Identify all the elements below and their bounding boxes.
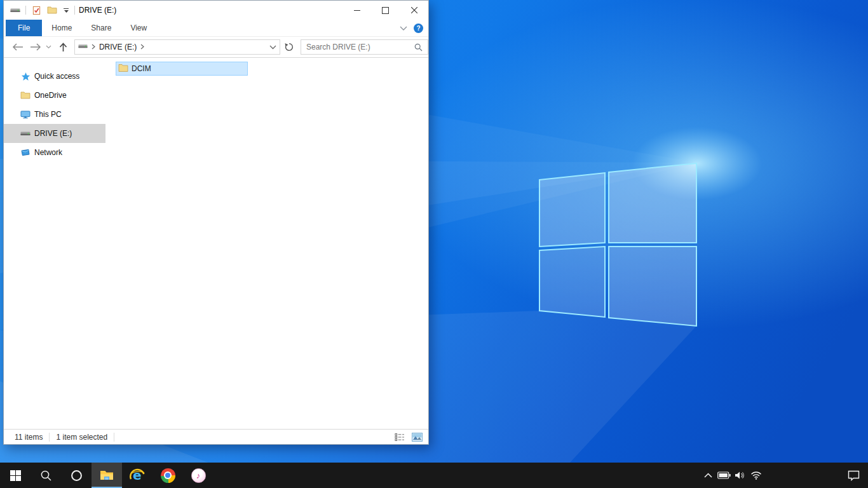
taskbar-file-explorer-button[interactable] xyxy=(92,463,122,488)
window-title: DRIVE (E:) xyxy=(79,6,116,15)
qat-separator xyxy=(25,6,26,15)
details-view-button[interactable] xyxy=(393,431,406,443)
navigation-pane: Quick access OneDrive This PC DRIVE (E:) xyxy=(4,58,105,429)
tab-home[interactable]: Home xyxy=(42,20,81,36)
navigation-bar: DRIVE (E:) xyxy=(4,37,428,58)
onedrive-folder-icon xyxy=(20,90,31,100)
file-item-dcim[interactable]: DCIM xyxy=(116,62,248,76)
tab-share[interactable]: Share xyxy=(81,20,121,36)
taskbar-search-button[interactable] xyxy=(31,463,61,488)
selection-count: 1 item selected xyxy=(50,433,114,442)
system-tray xyxy=(700,463,868,488)
sidebar-item-network[interactable]: Network xyxy=(4,143,105,162)
search-input[interactable] xyxy=(301,43,412,51)
help-button[interactable]: ? xyxy=(414,24,423,33)
battery-icon[interactable] xyxy=(716,463,732,488)
close-button[interactable] xyxy=(400,1,428,20)
properties-qat-icon[interactable] xyxy=(31,4,42,17)
action-center-button[interactable] xyxy=(839,470,868,481)
chrome-icon xyxy=(161,468,175,483)
maximize-button[interactable] xyxy=(371,1,400,20)
thumbnail-view-button[interactable] xyxy=(410,431,423,443)
item-count: 11 items xyxy=(4,433,49,442)
svg-text:e: e xyxy=(133,468,142,483)
windows-logo-icon xyxy=(10,470,21,481)
ribbon-tab-bar: File Home Share View ? xyxy=(4,20,428,37)
chrome-button[interactable] xyxy=(153,463,183,488)
action-center-icon xyxy=(848,470,860,481)
sidebar-item-label: Quick access xyxy=(34,72,79,81)
forward-button[interactable] xyxy=(29,39,42,55)
sidebar-item-label: OneDrive xyxy=(34,91,67,100)
address-bar[interactable]: DRIVE (E:) xyxy=(74,39,280,55)
file-item-label: DCIM xyxy=(132,64,151,73)
breadcrumb-drive-icon xyxy=(78,41,88,53)
qat-separator-2 xyxy=(74,6,75,15)
file-explorer-icon xyxy=(99,469,114,482)
sidebar-item-label: Network xyxy=(34,148,62,157)
file-list: DCIM xyxy=(105,58,428,429)
window-drive-icon[interactable] xyxy=(10,4,21,17)
search-icon xyxy=(40,470,52,482)
up-button[interactable] xyxy=(57,39,69,55)
quick-access-toolbar xyxy=(4,4,75,17)
status-bar: 11 items 1 item selected xyxy=(4,429,428,444)
expand-ribbon-icon[interactable] xyxy=(400,24,407,32)
search-box xyxy=(301,39,428,55)
sidebar-item-drive-e[interactable]: DRIVE (E:) xyxy=(4,124,105,143)
start-button[interactable] xyxy=(0,463,31,488)
sidebar-item-label: DRIVE (E:) xyxy=(34,129,72,138)
folder-icon xyxy=(118,63,128,75)
breadcrumb-location[interactable]: DRIVE (E:) xyxy=(99,43,137,51)
window-controls xyxy=(342,1,428,20)
recent-locations-button[interactable] xyxy=(44,39,53,55)
refresh-button[interactable] xyxy=(283,39,295,55)
tab-file[interactable]: File xyxy=(6,20,42,36)
cortana-circle-icon xyxy=(71,470,83,482)
monitor-icon xyxy=(20,109,31,119)
quick-access-star-icon xyxy=(20,72,31,81)
tab-view[interactable]: View xyxy=(121,20,156,36)
drive-icon xyxy=(20,128,31,139)
internet-explorer-icon: e xyxy=(129,467,146,484)
back-button[interactable] xyxy=(11,39,24,55)
network-icon xyxy=(20,147,31,158)
internet-explorer-button[interactable]: e xyxy=(122,463,153,488)
volume-icon[interactable] xyxy=(732,463,748,488)
title-bar: DRIVE (E:) xyxy=(4,1,428,20)
sidebar-item-label: This PC xyxy=(34,110,62,119)
search-icon[interactable] xyxy=(412,43,428,51)
sidebar-item-onedrive[interactable]: OneDrive xyxy=(4,86,105,105)
cortana-button[interactable] xyxy=(61,463,92,488)
hidden-icons-chevron[interactable] xyxy=(700,463,716,488)
status-separator-2 xyxy=(114,433,114,442)
file-explorer-window: DRIVE (E:) File Home Share View ? xyxy=(3,0,429,445)
breadcrumb-chevron-icon-2[interactable] xyxy=(140,43,144,51)
itunes-button[interactable]: ♪ xyxy=(183,463,214,488)
wifi-icon[interactable] xyxy=(748,463,764,488)
customize-qat-button[interactable] xyxy=(62,8,70,13)
new-folder-qat-icon[interactable] xyxy=(46,4,58,17)
taskbar: e ♪ xyxy=(0,463,868,488)
sidebar-item-this-pc[interactable]: This PC xyxy=(4,105,105,124)
address-dropdown-icon[interactable] xyxy=(269,43,276,51)
breadcrumb-chevron-icon[interactable] xyxy=(92,43,95,51)
minimize-button[interactable] xyxy=(342,1,371,20)
itunes-icon: ♪ xyxy=(191,468,206,483)
sidebar-item-quick-access[interactable]: Quick access xyxy=(4,67,105,86)
